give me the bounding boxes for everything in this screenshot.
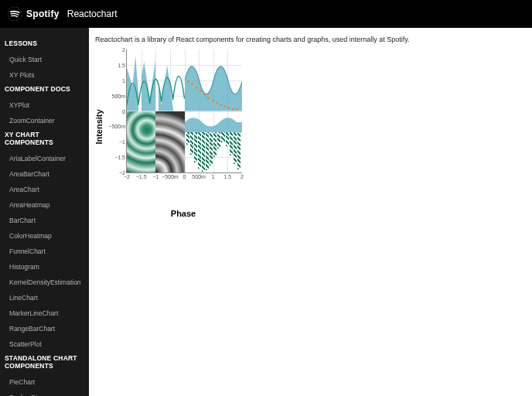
plot-area: 2 1.5 1 500m 0 −500m −1 −1.5 −2 −2 −1.5 … — [126, 50, 242, 173]
ytick: −1 — [119, 139, 125, 145]
section-heading-component-docs: COMPONENT DOCS — [0, 83, 89, 97]
quadrant-top-left — [127, 50, 185, 111]
xtick: −2 — [124, 174, 130, 179]
sidebar-item-piechart[interactable]: PieChart — [0, 374, 89, 390]
quadrant-bottom-right — [185, 111, 243, 173]
section-heading-xy-chart: XY CHART COMPONENTS — [0, 128, 89, 151]
brand-logo[interactable]: Spotify Reactochart — [8, 7, 117, 21]
top-header: Spotify Reactochart — [0, 0, 532, 28]
sidebar-item-rangebarchart[interactable]: RangeBarChart — [0, 321, 89, 336]
product-name: Reactochart — [67, 9, 118, 19]
ytick: 2 — [122, 47, 125, 53]
sidebar-item-areabarchart[interactable]: AreaBarChart — [0, 166, 89, 182]
brand-text: Spotify — [26, 9, 60, 19]
spotify-icon — [8, 7, 22, 21]
x-axis-label: Phase — [171, 209, 196, 218]
ytick: 0 — [122, 108, 125, 114]
sidebar-item-colorheatmap[interactable]: ColorHeatmap — [0, 228, 89, 244]
sidebar-item-linechart[interactable]: LineChart — [0, 290, 89, 306]
xtick: −500m — [162, 174, 179, 179]
sidebar-item-xy-plots[interactable]: XY Plots — [0, 67, 89, 83]
sidebar-item-areachart[interactable]: AreaChart — [0, 182, 89, 197]
xtick: −1 — [152, 174, 159, 179]
ytick: −500m — [108, 124, 125, 129]
ytick: 1.5 — [118, 62, 125, 67]
ytick: −1.5 — [114, 155, 125, 160]
sidebar-item-barchart[interactable]: BarChart — [0, 213, 89, 228]
demo-chart: Intensity Phase 2 1.5 1 500m 0 −500m −1 … — [106, 50, 261, 204]
sidebar-item-funnelchart[interactable]: FunnelChart — [0, 244, 89, 259]
main-content: Reactochart is a library of React compon… — [89, 28, 532, 396]
xtick: 1 — [212, 174, 215, 179]
ytick: 1 — [122, 77, 125, 83]
sidebar-item-quick-start[interactable]: Quick Start — [0, 52, 89, 67]
sidebar-item-markerlinechart[interactable]: MarkerLineChart — [0, 306, 89, 321]
xtick: −1.5 — [136, 174, 147, 179]
xtick: 1.5 — [224, 174, 232, 179]
intro-text: Reactochart is a library of React compon… — [95, 36, 526, 43]
section-heading-lessons: LESSONS — [0, 37, 89, 52]
y-axis-label: Intensity — [94, 109, 104, 144]
quadrant-bottom-left — [127, 111, 185, 173]
sidebar-item-areaheatmap[interactable]: AreaHeatmap — [0, 197, 89, 213]
sidebar-item-sankey[interactable]: SankeyDiagram — [0, 390, 89, 396]
xtick: 2 — [240, 174, 244, 179]
sidebar-item-kde[interactable]: KernelDensityEstimation — [0, 275, 89, 290]
xtick: 0 — [183, 174, 186, 179]
sidebar-item-zoomcontainer[interactable]: ZoomContainer — [0, 113, 89, 128]
section-heading-standalone: STANDALONE CHART COMPONENTS — [0, 352, 89, 374]
quadrant-top-right — [185, 50, 243, 111]
xtick: 500m — [192, 174, 206, 179]
sidebar-item-xyplot[interactable]: XYPlot — [0, 97, 89, 113]
sidebar: LESSONS Quick Start XY Plots COMPONENT D… — [0, 28, 89, 396]
sidebar-item-arialabelcontainer[interactable]: AriaLabelContainer — [0, 151, 89, 166]
ytick: 500m — [111, 93, 125, 98]
sidebar-item-scatterplot[interactable]: ScatterPlot — [0, 336, 89, 352]
sidebar-item-histogram[interactable]: Histogram — [0, 259, 89, 275]
